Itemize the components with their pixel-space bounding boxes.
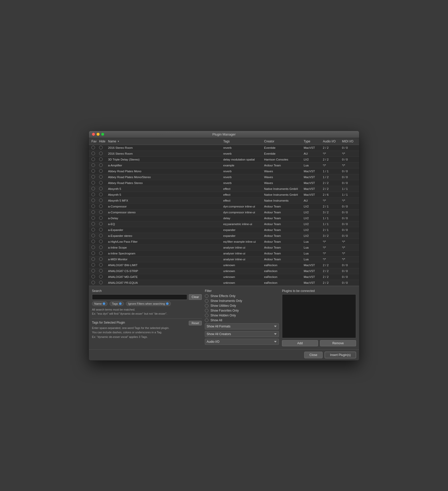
- filter-option-4[interactable]: Show Hidden Only: [205, 314, 279, 317]
- table-row[interactable]: Absynth 5 MFX effect Native Instruments …: [89, 198, 359, 204]
- maximize-window-button[interactable]: [101, 133, 104, 136]
- fav-cell[interactable]: [90, 222, 98, 226]
- table-row[interactable]: a-EQ eq:parametric inline-ui Ardour Team…: [89, 221, 359, 227]
- hide-cell[interactable]: [98, 228, 107, 232]
- fav-cell[interactable]: [90, 251, 98, 256]
- hide-radio[interactable]: [99, 222, 103, 226]
- hide-radio[interactable]: [99, 152, 103, 155]
- filter-dropdown-2[interactable]: Audio I/O: [205, 339, 279, 345]
- hide-cell[interactable]: [98, 157, 107, 162]
- table-row[interactable]: a-Inline Scope analyser inline-ui Ardour…: [89, 245, 359, 251]
- hide-radio[interactable]: [99, 281, 103, 284]
- fav-radio[interactable]: [91, 275, 95, 278]
- hide-cell[interactable]: [98, 263, 107, 267]
- filter-option-3[interactable]: Show Favorites Only: [205, 309, 279, 312]
- search-input[interactable]: [92, 294, 187, 300]
- fav-radio[interactable]: [91, 234, 95, 237]
- fav-radio[interactable]: [91, 146, 95, 149]
- fav-cell[interactable]: [90, 210, 98, 215]
- clear-button[interactable]: Clear: [189, 294, 202, 300]
- filter-dropdown-0[interactable]: Show All Formats: [205, 323, 279, 329]
- fav-cell[interactable]: [90, 269, 98, 273]
- tags-reset-button[interactable]: Reset: [189, 321, 202, 325]
- hide-radio[interactable]: [99, 240, 103, 243]
- fav-radio[interactable]: [91, 199, 95, 202]
- filter-option-2[interactable]: Show Utilities Only: [205, 304, 279, 308]
- hide-cell[interactable]: [98, 245, 107, 250]
- hide-cell[interactable]: [98, 239, 107, 244]
- hide-radio[interactable]: [99, 146, 103, 149]
- plugins-list-box[interactable]: [282, 294, 356, 338]
- fav-cell[interactable]: [90, 204, 98, 209]
- hide-cell[interactable]: [98, 204, 107, 209]
- minimize-window-button[interactable]: [97, 133, 100, 136]
- table-row[interactable]: a-MIDI Monitor analyser inline-ui Ardour…: [89, 256, 359, 262]
- hide-cell[interactable]: [98, 163, 107, 168]
- toggle-ignore-pill[interactable]: Ignore Filters when searching: [126, 301, 171, 306]
- filter-option-0[interactable]: Show Effects Only: [205, 294, 279, 298]
- table-row[interactable]: a-Expander expander Ardour Team LV2 2 / …: [89, 227, 359, 233]
- fav-cell[interactable]: [90, 263, 98, 267]
- close-button[interactable]: Close: [304, 352, 323, 358]
- fav-radio[interactable]: [91, 187, 95, 190]
- fav-radio[interactable]: [91, 269, 95, 273]
- fav-radio[interactable]: [91, 257, 95, 261]
- fav-cell[interactable]: [90, 151, 98, 156]
- table-row[interactable]: ANALOG87 SD-COMP unknown eaReckon MacVST…: [89, 286, 359, 286]
- fav-cell[interactable]: [90, 145, 98, 150]
- hide-radio[interactable]: [99, 163, 103, 167]
- hide-cell[interactable]: [98, 145, 107, 150]
- add-button[interactable]: Add: [282, 340, 318, 346]
- hide-radio[interactable]: [99, 210, 103, 214]
- filter-radio-4[interactable]: [205, 314, 208, 317]
- filter-dropdown-1[interactable]: Show All Creators: [205, 331, 279, 337]
- fav-cell[interactable]: [90, 257, 98, 262]
- hide-cell[interactable]: [98, 275, 107, 279]
- fav-radio[interactable]: [91, 228, 95, 231]
- fav-radio[interactable]: [91, 222, 95, 226]
- fav-radio[interactable]: [91, 240, 95, 243]
- fav-radio[interactable]: [91, 193, 95, 196]
- hide-radio[interactable]: [99, 275, 103, 278]
- table-row[interactable]: a-High/Low Pass Filter eq:filter example…: [89, 239, 359, 245]
- hide-radio[interactable]: [99, 181, 103, 185]
- fav-cell[interactable]: [90, 275, 98, 279]
- table-row[interactable]: ANALOG87 PR-EQUA unknown eaReckon MacVST…: [89, 280, 359, 286]
- fav-radio[interactable]: [91, 152, 95, 155]
- fav-cell[interactable]: [90, 234, 98, 238]
- table-row[interactable]: a-Expander stereo expander Ardour Team L…: [89, 233, 359, 239]
- fav-radio[interactable]: [91, 251, 95, 255]
- hide-radio[interactable]: [99, 234, 103, 237]
- hide-radio[interactable]: [99, 204, 103, 208]
- hide-radio[interactable]: [99, 169, 103, 173]
- fav-cell[interactable]: [90, 216, 98, 220]
- hide-cell[interactable]: [98, 269, 107, 273]
- hide-radio[interactable]: [99, 193, 103, 196]
- hide-cell[interactable]: [98, 181, 107, 185]
- table-row[interactable]: 2016 Stereo Room reverb Eventide MacVST …: [89, 145, 359, 151]
- hide-radio[interactable]: [99, 228, 103, 231]
- fav-radio[interactable]: [91, 163, 95, 167]
- fav-radio[interactable]: [91, 216, 95, 220]
- table-row[interactable]: a-Inline Spectrogram analyser inline-ui …: [89, 251, 359, 256]
- hide-cell[interactable]: [98, 280, 107, 285]
- hide-cell[interactable]: [98, 222, 107, 226]
- hide-radio[interactable]: [99, 251, 103, 255]
- fav-cell[interactable]: [90, 245, 98, 250]
- hide-cell[interactable]: [98, 198, 107, 203]
- table-row[interactable]: a-Amplifier example Ardour Team Lua */* …: [89, 163, 359, 168]
- toggle-tags-pill[interactable]: Tags: [110, 301, 124, 306]
- hide-cell[interactable]: [98, 187, 107, 191]
- table-row[interactable]: Abbey Road Plates Mono/Stereo reverb Wav…: [89, 174, 359, 180]
- table-row[interactable]: 3D Triple Delay (Stereo) delay modulatio…: [89, 157, 359, 163]
- filter-radio-1[interactable]: [205, 299, 208, 303]
- hide-radio[interactable]: [99, 257, 103, 261]
- close-window-button[interactable]: [92, 133, 95, 136]
- fav-cell[interactable]: [90, 280, 98, 285]
- fav-cell[interactable]: [90, 181, 98, 185]
- hide-radio[interactable]: [99, 245, 103, 249]
- hide-cell[interactable]: [98, 169, 107, 174]
- hide-radio[interactable]: [99, 216, 103, 220]
- fav-cell[interactable]: [90, 239, 98, 244]
- table-row[interactable]: a-Compressor stereo dyn:compressor inlin…: [89, 210, 359, 215]
